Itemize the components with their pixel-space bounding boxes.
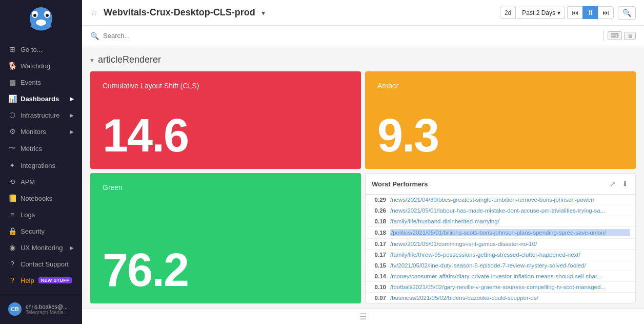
collapse-button[interactable]: ▾ bbox=[90, 56, 94, 64]
rewind-button[interactable]: ⏮ bbox=[567, 6, 582, 19]
sidebar-item-watchdog[interactable]: 🐕 Watchdog bbox=[0, 58, 82, 74]
integrations-icon: ✦ bbox=[8, 161, 16, 169]
performer-score: 0.17 bbox=[371, 241, 386, 247]
goto-icon: ⊞ bbox=[8, 45, 16, 53]
performer-row: 0.26 /news/2021/05/01/labour-has-made-mi… bbox=[366, 205, 635, 216]
sidebar-item-security[interactable]: 🔒 Security bbox=[0, 223, 82, 239]
infrastructure-icon: ⬡ bbox=[8, 111, 16, 119]
performers-table: 0.29 /news/2021/04/30/bbcs-greatest-sing… bbox=[366, 195, 635, 303]
svg-point-0 bbox=[30, 7, 52, 30]
title-dropdown-icon[interactable]: ▾ bbox=[261, 9, 265, 17]
user-name: chris.boakes@... bbox=[26, 303, 68, 310]
arrow-icon: ▶ bbox=[70, 96, 74, 102]
performers-title: Worst Performers bbox=[372, 180, 605, 188]
forward-button[interactable]: ⏭ bbox=[598, 6, 614, 19]
sidebar-item-monitors[interactable]: ⚙ Monitors ▶ bbox=[0, 123, 82, 140]
sidebar-logo bbox=[0, 0, 82, 41]
sidebar-label-logs: Logs bbox=[21, 211, 35, 219]
bottom-icon: ☰ bbox=[359, 312, 367, 321]
dashboard-title: Webvitals-Crux-Desktop-CLS-prod bbox=[104, 7, 255, 18]
performer-url[interactable]: /tv/2021/05/02/line-duty-season-6-episod… bbox=[390, 262, 630, 269]
performer-score: 0.29 bbox=[371, 197, 386, 203]
topbar-search-button[interactable]: 🔍 bbox=[618, 6, 636, 20]
apm-icon: ⟲ bbox=[8, 178, 16, 186]
performer-url[interactable]: /news/2021/04/30/bbcs-greatest-single-am… bbox=[390, 197, 630, 203]
performer-score: 0.26 bbox=[371, 207, 386, 214]
performer-row: 0.18 /family/life/husband-disinherited-m… bbox=[366, 216, 635, 227]
sidebar-item-metrics[interactable]: 〜 Metrics bbox=[0, 140, 82, 157]
help-icon: ? bbox=[8, 276, 16, 284]
kb-key-icon: ⌨ bbox=[608, 31, 622, 40]
section-header: ▾ articleRenderer bbox=[90, 54, 636, 65]
performer-url[interactable]: /business/2021/05/02/bidens-bazooka-coul… bbox=[390, 295, 630, 301]
sidebar-user[interactable]: CB chris.boakes@... Telegraph Media... bbox=[0, 298, 82, 320]
sidebar-label-help: Help bbox=[21, 277, 34, 284]
performer-url[interactable]: /family/life/husband-disinherited-marryi… bbox=[390, 218, 630, 224]
sidebar-item-integrations[interactable]: ✦ Integrations bbox=[0, 157, 82, 174]
sidebar-label-events: Events bbox=[21, 79, 41, 86]
sidebar-item-contact-support[interactable]: ? Contact Support bbox=[0, 256, 82, 272]
avatar: CB bbox=[8, 302, 22, 316]
sidebar-item-ux-monitoring[interactable]: ◉ UX Monitoring ▶ bbox=[0, 239, 82, 256]
playback-controls: ⏮ ⏸ ⏭ bbox=[567, 6, 614, 19]
sidebar-item-goto[interactable]: ⊞ Go to... bbox=[0, 41, 82, 58]
sidebar-nav: ⊞ Go to... 🐕 Watchdog ▦ Events 📊 Dashboa… bbox=[0, 41, 82, 294]
performer-row: 0.10 /football/2021/05/02/gary-neville-v… bbox=[366, 282, 635, 293]
amber-label: Amber bbox=[377, 82, 623, 90]
performer-score: 0.17 bbox=[371, 252, 386, 258]
performer-row: 0.29 /news/2021/04/30/bbcs-greatest-sing… bbox=[366, 195, 635, 205]
cls-label: Cumulative Layout Shift (CLS) bbox=[103, 82, 349, 90]
dashboard-content: ▾ articleRenderer Cumulative Layout Shif… bbox=[82, 46, 644, 309]
performer-score: 0.14 bbox=[371, 273, 386, 279]
topbar: ☆ Webvitals-Crux-Desktop-CLS-prod ▾ 2d P… bbox=[82, 0, 644, 26]
bottombar: ☰ bbox=[82, 309, 644, 324]
sidebar-item-infrastructure[interactable]: ⬡ Infrastructure ▶ bbox=[0, 107, 82, 123]
notebooks-icon: 📒 bbox=[8, 194, 16, 202]
search-input[interactable] bbox=[103, 32, 599, 40]
sidebar-label-dashboards: Dashboards bbox=[21, 95, 59, 103]
sidebar-item-events[interactable]: ▦ Events bbox=[0, 74, 82, 90]
sidebar-label-metrics: Metrics bbox=[21, 145, 42, 153]
time-controls: 2d Past 2 Days ▾ ⏮ ⏸ ⏭ 🔍 bbox=[500, 6, 636, 20]
sidebar-item-team[interactable]: 👥 Team bbox=[0, 289, 82, 294]
sidebar-item-dashboards[interactable]: 📊 Dashboards ▶ bbox=[0, 90, 82, 107]
watchdog-icon: 🐕 bbox=[8, 62, 16, 70]
green-label: Green bbox=[103, 183, 349, 192]
amber-metric-card: Amber 9.3 bbox=[365, 71, 636, 169]
searchbar: 🔍 ⌨ 🖥 bbox=[82, 26, 644, 46]
performers-header: Worst Performers ⤢ ⬇ bbox=[366, 174, 635, 195]
sidebar-label-goto: Go to... bbox=[21, 46, 43, 53]
performer-url[interactable]: /football/2021/05/02/gary-neville-v-grae… bbox=[390, 284, 630, 290]
performer-url[interactable]: /family/life/threw-95-possessions-gettin… bbox=[390, 252, 630, 258]
sidebar-item-apm[interactable]: ⟲ APM bbox=[0, 174, 82, 190]
ux-monitoring-icon: ◉ bbox=[8, 243, 16, 252]
play-pause-button[interactable]: ⏸ bbox=[582, 6, 598, 19]
performer-row: 0.17 /family/life/threw-95-possessions-g… bbox=[366, 250, 635, 260]
top-metrics-grid: Cumulative Layout Shift (CLS) 14.6 Amber… bbox=[90, 71, 636, 169]
team-icon: 👥 bbox=[8, 293, 16, 294]
time-range-selector[interactable]: Past 2 Days ▾ bbox=[518, 7, 565, 19]
performer-url[interactable]: /politics/2021/05/01/billions-scots-bori… bbox=[390, 229, 630, 236]
performer-row: 0.17 /news/2021/05/01/cummings-isnt-geni… bbox=[366, 239, 635, 250]
svg-point-5 bbox=[36, 20, 46, 26]
performer-row: 0.15 /tv/2021/05/02/line-duty-season-6-e… bbox=[366, 260, 635, 271]
performer-score: 0.18 bbox=[371, 230, 386, 236]
performer-url[interactable]: /news/2021/05/01/cummings-isnt-genius-di… bbox=[390, 241, 630, 247]
star-icon[interactable]: ☆ bbox=[90, 8, 97, 17]
section-title: articleRenderer bbox=[98, 54, 161, 65]
new-badge: NEW STUFF bbox=[38, 277, 72, 283]
main-content: ☆ Webvitals-Crux-Desktop-CLS-prod ▾ 2d P… bbox=[82, 0, 644, 324]
sidebar-item-help[interactable]: ? Help NEW STUFF bbox=[0, 272, 82, 289]
amber-value: 9.3 bbox=[377, 112, 623, 159]
sidebar-label-apm: APM bbox=[21, 178, 35, 186]
performer-url[interactable]: /news/2021/05/01/labour-has-made-mistake… bbox=[390, 207, 630, 214]
sidebar-item-logs[interactable]: ≡ Logs bbox=[0, 206, 82, 223]
time-dropdown-icon: ▾ bbox=[557, 9, 560, 16]
expand-icon[interactable]: ⤢ bbox=[609, 179, 617, 189]
performer-url[interactable]: /money/consumer-affairs/diary-private-in… bbox=[390, 273, 630, 279]
download-icon[interactable]: ⬇ bbox=[621, 179, 629, 189]
time-badge: 2d bbox=[500, 7, 516, 19]
sidebar-item-notebooks[interactable]: 📒 Notebooks bbox=[0, 190, 82, 206]
search-icon: 🔍 bbox=[90, 32, 99, 40]
logs-icon: ≡ bbox=[8, 211, 16, 219]
